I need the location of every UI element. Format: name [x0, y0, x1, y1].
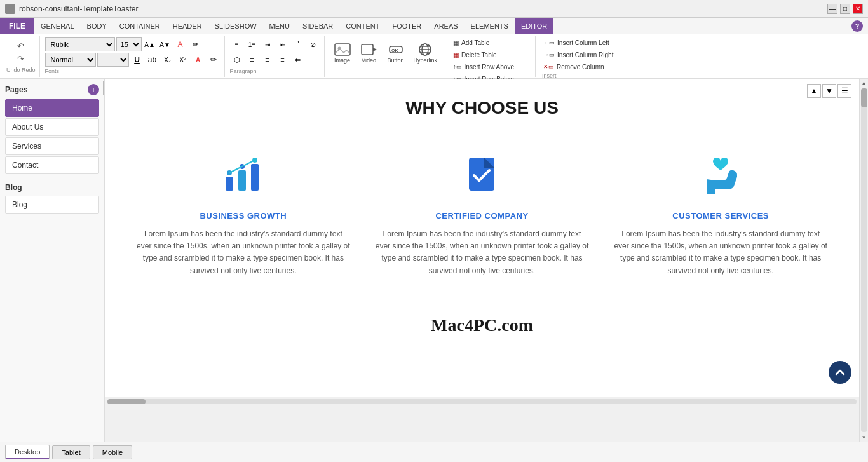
tablet-tab[interactable]: Tablet — [52, 445, 90, 459]
move-down-button[interactable]: ▼ — [822, 84, 836, 98]
remove-col-label: Remove Column — [557, 64, 604, 71]
insert-col-right-button[interactable]: →▭ Insert Column Right — [542, 49, 634, 60]
para-row1: ≡ 1≡ ⇥ ⇤ " ⊘ — [230, 37, 320, 51]
pages-header: Pages + — [5, 84, 99, 95]
menu-general[interactable]: GENERAL — [34, 18, 81, 34]
list-ul-button[interactable]: ≡ — [230, 37, 244, 51]
blockquote-btn[interactable]: " — [291, 37, 305, 51]
minimize-button[interactable]: — — [827, 4, 837, 14]
outdent-btn[interactable]: ⇤ — [276, 37, 290, 51]
delete-table-icon: ▦ — [453, 51, 459, 58]
vscroll-down-arrow[interactable]: ▼ — [860, 433, 868, 442]
hyperlink-button[interactable]: Hyperlink — [411, 41, 440, 65]
strikethrough-button[interactable]: ab — [146, 53, 159, 67]
scroll-up-button[interactable] — [829, 361, 851, 384]
menu-container[interactable]: CONTAINER — [113, 18, 166, 34]
rtl-button[interactable]: ⇐ — [291, 53, 305, 67]
pages-title: Pages — [5, 85, 27, 94]
insert-col-right-icon: →▭ — [543, 51, 555, 58]
blog-header: Blog — [5, 183, 99, 192]
fonts-label: Fonts — [45, 68, 60, 76]
move-up-button[interactable]: ▲ — [807, 84, 821, 98]
horizontal-scrollbar[interactable] — [105, 397, 859, 405]
sidebar-item-contact[interactable]: Contact — [5, 156, 99, 174]
vertical-scrollbar[interactable]: ▲ ▼ — [859, 79, 868, 442]
menu-body[interactable]: BODY — [81, 18, 113, 34]
maximize-button[interactable]: □ — [840, 4, 850, 14]
image-label: Image — [334, 57, 350, 64]
align-left-button[interactable]: ⬡ — [230, 53, 244, 67]
feature-text-customer: Lorem Ipsum has been the industry's stan… — [614, 228, 827, 277]
subscript-button[interactable]: X₂ — [161, 53, 175, 67]
menu-sidebar[interactable]: SIDEBAR — [296, 18, 339, 34]
feature-title-business: BUSINESS GROWTH — [137, 211, 350, 221]
menu-areas[interactable]: AREAS — [428, 18, 464, 34]
font-decrease-button[interactable]: A▼ — [158, 37, 172, 51]
style-select[interactable]: Normal — [45, 53, 96, 67]
highlight2-button[interactable]: ✏ — [207, 53, 220, 67]
indent-btn[interactable]: ⇥ — [261, 37, 275, 51]
font-increase-button[interactable]: A▲ — [143, 37, 157, 51]
sidebar-item-about[interactable]: About Us — [5, 118, 99, 136]
menu-menu[interactable]: MENU — [263, 18, 296, 34]
customer-services-icon — [695, 150, 746, 201]
app-icon — [5, 4, 15, 14]
sidebar-item-home[interactable]: Home — [5, 99, 99, 117]
help-button[interactable]: ? — [851, 20, 863, 32]
sidebar-item-blog[interactable]: Blog — [5, 196, 99, 214]
clear-format-btn[interactable]: ⊘ — [306, 37, 320, 51]
font-color-button[interactable]: A — [173, 37, 187, 51]
align-justify-button[interactable]: ≡ — [276, 53, 290, 67]
file-menu[interactable]: FILE — [0, 18, 34, 34]
image-button[interactable]: Image — [331, 41, 354, 65]
hscroll-thumb[interactable] — [107, 399, 146, 404]
font-family-select[interactable]: Rubik — [45, 37, 115, 51]
align-right-button[interactable]: ≡ — [261, 53, 275, 67]
svg-marker-3 — [373, 48, 377, 51]
menu-elements[interactable]: ELEMENTS — [465, 18, 515, 34]
window-title: robson-consultant-TemplateToaster — [19, 4, 138, 13]
vscroll-thumb[interactable] — [861, 88, 867, 107]
add-table-button[interactable]: ▦ Add Table — [452, 37, 530, 48]
media-section: Image Video OK Button — [326, 36, 446, 77]
font-row2: Normal U ab X₂ X² A ✏ — [45, 53, 220, 67]
font-highlight-button[interactable]: ✏ — [189, 37, 203, 51]
video-label: Video — [362, 57, 376, 64]
menu-header[interactable]: HEADER — [166, 18, 208, 34]
button-button[interactable]: OK Button — [384, 41, 407, 65]
menu-footer[interactable]: FOOTER — [386, 18, 428, 34]
color-select[interactable] — [97, 53, 129, 67]
feature-text-business: Lorem Ipsum has been the industry's stan… — [137, 228, 350, 277]
close-button[interactable]: ✕ — [853, 4, 863, 14]
list-ol-button[interactable]: 1≡ — [245, 37, 259, 51]
menu-slideshow[interactable]: SLIDESHOW — [208, 18, 263, 34]
undo-redo-section: ↶ ↷ Undo Redo — [3, 36, 40, 77]
align-center-button[interactable]: ≡ — [245, 53, 259, 67]
redo-button[interactable]: ↷ — [15, 53, 27, 65]
insert-col-left-button[interactable]: ←▭ Insert Column Left — [542, 37, 634, 48]
content-area: ▲ ▼ ☰ WHY CHOOSE US — [105, 79, 859, 442]
font-row1: Rubik 15 A▲ A▼ A ✏ — [45, 37, 203, 51]
menu-editor[interactable]: EDITOR — [515, 18, 553, 34]
section-menu-button[interactable]: ☰ — [837, 84, 851, 98]
sidebar-item-services[interactable]: Services — [5, 137, 99, 155]
superscript-button[interactable]: X² — [176, 53, 190, 67]
insert-row-above-button[interactable]: ↑▭ Insert Row Above — [452, 61, 530, 72]
font-color2-button[interactable]: A — [191, 53, 205, 67]
svg-text:OK: OK — [391, 48, 398, 53]
business-growth-icon — [218, 150, 269, 201]
undo-button[interactable]: ↶ — [15, 40, 27, 53]
underline-button[interactable]: U — [130, 53, 144, 67]
add-page-button[interactable]: + — [88, 84, 99, 95]
insert-section: ←▭ Insert Column Left →▭ Insert Column R… — [537, 36, 639, 77]
remove-column-button[interactable]: ✕▭ Remove Column — [542, 61, 634, 72]
video-button[interactable]: Video — [358, 41, 381, 65]
font-size-select[interactable]: 15 — [116, 37, 142, 51]
mobile-tab[interactable]: Mobile — [93, 445, 132, 459]
svg-rect-17 — [469, 158, 494, 191]
desktop-tab[interactable]: Desktop — [5, 445, 50, 459]
vscroll-up-arrow[interactable]: ▲ — [860, 79, 868, 87]
feature-text-certified: Lorem Ipsum has been the industry's stan… — [376, 228, 589, 277]
delete-table-button[interactable]: ▦ Delete Table — [452, 49, 530, 60]
menu-content[interactable]: CONTENT — [339, 18, 386, 34]
